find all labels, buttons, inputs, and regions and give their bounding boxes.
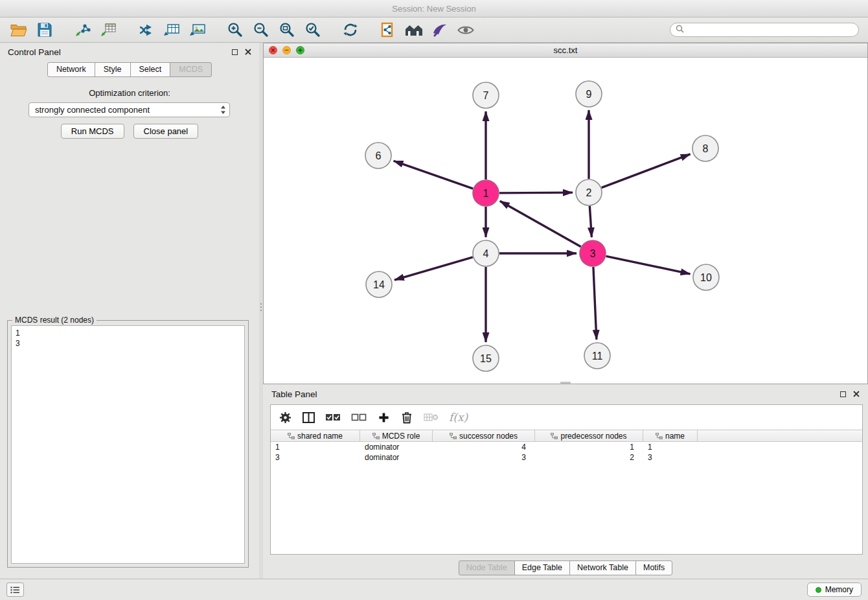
graph-edge-3-11[interactable]	[593, 267, 597, 340]
table-cell[interactable]: 3	[643, 452, 698, 463]
window-zoom-icon[interactable]	[296, 46, 304, 54]
graph-node-6[interactable]: 6	[365, 143, 391, 168]
graph-node-2[interactable]: 2	[576, 179, 602, 205]
add-row-icon[interactable]	[377, 410, 390, 425]
table-cell[interactable]: 2	[535, 452, 643, 463]
mcds-buttons-row: Run MCDS Close panel	[0, 124, 259, 139]
open-session-icon[interactable]	[8, 20, 30, 40]
import-network-icon[interactable]	[71, 20, 93, 40]
window-resize-grip[interactable]	[560, 382, 571, 384]
select-all-icon[interactable]	[325, 410, 341, 425]
import-network-table-icon[interactable]	[161, 20, 183, 40]
tab-motifs[interactable]: Motifs	[635, 560, 672, 575]
table-cell[interactable]: 1	[271, 442, 360, 452]
graph-node-1[interactable]: 1	[473, 180, 499, 206]
table-cell[interactable]: dominator	[360, 442, 433, 452]
column-header-name[interactable]: name	[643, 430, 698, 441]
column-header-MCDS-role[interactable]: MCDS role	[360, 430, 433, 441]
layout-network-icon[interactable]	[135, 20, 157, 40]
zoom-out-icon[interactable]	[250, 20, 272, 40]
mcds-result-title: MCDS result (2 nodes)	[12, 316, 97, 325]
window-minimize-icon[interactable]	[282, 46, 291, 54]
float-panel-icon[interactable]	[232, 49, 238, 55]
first-neighbors-icon[interactable]	[403, 20, 425, 40]
tab-network-table[interactable]: Network Table	[569, 560, 636, 575]
graph-edge-2-8[interactable]	[602, 154, 691, 188]
table-cell[interactable]: 1	[535, 442, 643, 452]
column-header-successor-nodes[interactable]: successor nodes	[433, 430, 535, 441]
graph-node-11[interactable]: 11	[584, 343, 610, 369]
mcds-result-list[interactable]: 13	[11, 325, 245, 564]
run-mcds-button[interactable]: Run MCDS	[61, 124, 124, 139]
criterion-select[interactable]: strongly connected component	[29, 102, 230, 117]
graph-canvas[interactable]: 7968124314101511	[264, 58, 867, 384]
deselect-all-icon[interactable]	[351, 410, 367, 425]
graph-edge-1-6[interactable]	[394, 161, 474, 189]
table-row[interactable]: 1dominator411	[271, 442, 862, 452]
panel-menu-button[interactable]	[6, 583, 24, 597]
search-input[interactable]	[687, 25, 853, 35]
graph-node-8[interactable]: 8	[692, 135, 718, 161]
network-window-titlebar[interactable]: scc.txt	[264, 43, 867, 58]
tab-style[interactable]: Style	[95, 62, 131, 77]
select-stepper-icon	[220, 105, 226, 115]
zoom-fit-icon[interactable]	[276, 20, 298, 40]
close-panel-icon[interactable]	[245, 49, 251, 55]
float-table-panel-icon[interactable]	[840, 391, 846, 397]
graph-edge-2-3[interactable]	[589, 206, 591, 237]
delete-row-icon[interactable]	[400, 410, 413, 425]
graph-node-14[interactable]: 14	[366, 271, 392, 297]
zoom-in-icon[interactable]	[224, 20, 246, 40]
tab-edge-table[interactable]: Edge Table	[514, 560, 570, 575]
close-table-panel-icon[interactable]	[853, 391, 860, 397]
table-cell[interactable]: 3	[433, 452, 535, 463]
refresh-icon[interactable]	[339, 20, 361, 40]
graph-node-10[interactable]: 10	[693, 264, 719, 290]
memory-button[interactable]: Memory	[807, 583, 862, 597]
network-window: scc.txt 7968124314101511	[263, 43, 868, 384]
svg-text:3: 3	[590, 248, 596, 259]
window-close-icon[interactable]	[269, 46, 277, 54]
svg-text:15: 15	[480, 353, 492, 364]
table-row[interactable]: 3dominator323	[271, 452, 862, 463]
graph-node-7[interactable]: 7	[473, 82, 499, 108]
save-session-icon[interactable]	[34, 20, 56, 40]
tab-node-table[interactable]: Node Table	[459, 560, 515, 575]
graph-node-15[interactable]: 15	[473, 345, 499, 371]
table-cell[interactable]: 4	[433, 442, 535, 452]
close-panel-button[interactable]: Close panel	[133, 124, 199, 139]
column-header-predecessor-nodes[interactable]: predecessor nodes	[535, 430, 643, 441]
control-panel: Control Panel NetworkStyleSelectMCDS Opt…	[0, 43, 259, 579]
search-box[interactable]	[670, 23, 859, 37]
graph-node-3[interactable]: 3	[580, 240, 606, 266]
table-cell[interactable]: 1	[643, 442, 698, 452]
delete-column-icon	[424, 410, 439, 425]
split-panel-icon[interactable]	[302, 410, 315, 425]
mcds-result-box: MCDS result (2 nodes) 13	[7, 320, 249, 568]
graph-edge-4-14[interactable]	[394, 257, 473, 280]
table-cell[interactable]: 3	[271, 452, 360, 463]
style-icon[interactable]	[429, 20, 451, 40]
graph-edge-3-10[interactable]	[606, 256, 691, 273]
svg-text:14: 14	[373, 279, 385, 290]
gear-icon[interactable]	[279, 410, 291, 425]
column-header-label: name	[665, 432, 685, 441]
graph-node-9[interactable]: 9	[576, 81, 602, 107]
column-header-shared-name[interactable]: shared name	[271, 430, 360, 441]
table-cell[interactable]: dominator	[360, 452, 433, 463]
import-table-icon[interactable]	[97, 20, 119, 40]
column-header-filler	[698, 430, 862, 441]
fx-icon: f(x)	[449, 410, 468, 425]
annotation-icon[interactable]	[377, 20, 399, 40]
column-header-label: predecessor nodes	[560, 432, 626, 441]
criterion-value: strongly connected component	[35, 105, 150, 115]
export-image-icon[interactable]	[187, 20, 209, 40]
tab-select[interactable]: Select	[130, 62, 171, 77]
graph-edge-3-1[interactable]	[500, 201, 581, 246]
zoom-selected-icon[interactable]	[302, 20, 324, 40]
show-hide-icon[interactable]	[455, 20, 477, 40]
tab-network[interactable]: Network	[47, 62, 95, 77]
graph-node-4[interactable]: 4	[473, 240, 499, 266]
graph-edge-1-2[interactable]	[499, 192, 573, 193]
tab-mcds[interactable]: MCDS	[170, 62, 212, 77]
